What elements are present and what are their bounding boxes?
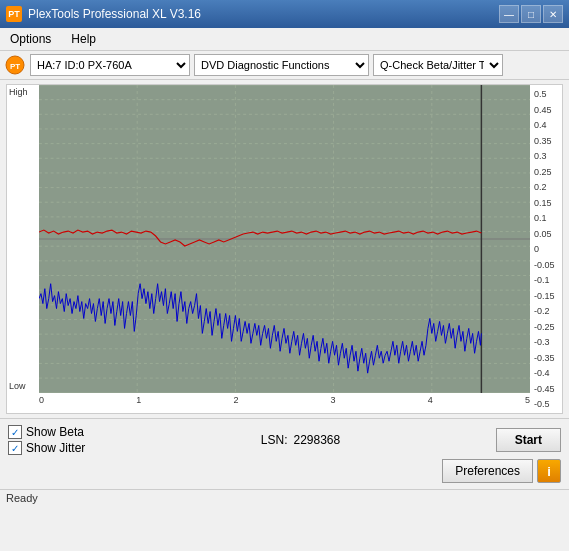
y-label-0.2: 0.2	[532, 182, 560, 192]
checkboxes-area: ✓ Show Beta ✓ Show Jitter	[8, 425, 85, 455]
preferences-button[interactable]: Preferences	[442, 459, 533, 483]
bottom-row-1: ✓ Show Beta ✓ Show Jitter LSN: 2298368 S…	[8, 425, 561, 455]
close-button[interactable]: ✕	[543, 5, 563, 23]
show-beta-checkbox[interactable]: ✓	[8, 425, 22, 439]
maximize-button[interactable]: □	[521, 5, 541, 23]
show-jitter-label: Show Jitter	[26, 441, 85, 455]
y-label-0.05: 0.05	[532, 229, 560, 239]
title-bar-left: PT PlexTools Professional XL V3.16	[6, 6, 201, 22]
y-label-neg0.4: -0.4	[532, 368, 560, 378]
y-axis-left	[7, 85, 39, 413]
title-bar-controls: — □ ✕	[499, 5, 563, 23]
start-button[interactable]: Start	[496, 428, 561, 452]
show-jitter-row: ✓ Show Jitter	[8, 441, 85, 455]
app-icon: PT	[6, 6, 22, 22]
y-label-neg0.45: -0.45	[532, 384, 560, 394]
x-label-4: 4	[428, 395, 433, 405]
y-label-neg0.2: -0.2	[532, 306, 560, 316]
toolbar: PT HA:7 ID:0 PX-760A DVD Diagnostic Func…	[0, 51, 569, 80]
show-beta-row: ✓ Show Beta	[8, 425, 85, 439]
y-label-0.25: 0.25	[532, 167, 560, 177]
x-label-5: 5	[525, 395, 530, 405]
x-label-2: 2	[233, 395, 238, 405]
test-select[interactable]: Q-Check Beta/Jitter Test	[373, 54, 503, 76]
y-label-neg0.1: -0.1	[532, 275, 560, 285]
function-select[interactable]: DVD Diagnostic Functions	[194, 54, 369, 76]
menu-help[interactable]: Help	[65, 30, 102, 48]
y-label-neg0.25: -0.25	[532, 322, 560, 332]
jitter-check-mark: ✓	[11, 443, 19, 454]
y-label-0: 0	[532, 244, 560, 254]
minimize-button[interactable]: —	[499, 5, 519, 23]
prefs-info-row: Preferences i	[442, 459, 561, 483]
y-axis-right: 0.5 0.45 0.4 0.35 0.3 0.25 0.2 0.15 0.1 …	[530, 85, 562, 413]
y-label-0.1: 0.1	[532, 213, 560, 223]
y-label-0.3: 0.3	[532, 151, 560, 161]
status-text: Ready	[6, 492, 38, 504]
x-label-0: 0	[39, 395, 44, 405]
menu-bar: Options Help	[0, 28, 569, 51]
y-label-neg0.15: -0.15	[532, 291, 560, 301]
y-label-0.45: 0.45	[532, 105, 560, 115]
show-beta-label: Show Beta	[26, 425, 84, 439]
info-button[interactable]: i	[537, 459, 561, 483]
menu-options[interactable]: Options	[4, 30, 57, 48]
bottom-row-2: Preferences i	[8, 459, 561, 483]
x-axis: 0 1 2 3 4 5	[39, 393, 530, 413]
title-bar: PT PlexTools Professional XL V3.16 — □ ✕	[0, 0, 569, 28]
y-label-neg0.5: -0.5	[532, 399, 560, 409]
x-label-1: 1	[136, 395, 141, 405]
y-label-0.15: 0.15	[532, 198, 560, 208]
svg-text:PT: PT	[10, 62, 20, 71]
y-label-neg0.35: -0.35	[532, 353, 560, 363]
y-label-0.35: 0.35	[532, 136, 560, 146]
status-bar: Ready	[0, 489, 569, 506]
drive-icon: PT	[4, 54, 26, 76]
chart-container: High Low 0.5 0.45 0.4 0.35 0.3 0.25 0.2 …	[6, 84, 563, 414]
lsn-area: LSN: 2298368	[261, 433, 340, 447]
y-label-0.5: 0.5	[532, 89, 560, 99]
drive-select[interactable]: HA:7 ID:0 PX-760A	[30, 54, 190, 76]
beta-check-mark: ✓	[11, 427, 19, 438]
chart-plot-area	[39, 85, 530, 393]
show-jitter-checkbox[interactable]: ✓	[8, 441, 22, 455]
y-label-0.4: 0.4	[532, 120, 560, 130]
lsn-value: 2298368	[293, 433, 340, 447]
lsn-label: LSN:	[261, 433, 288, 447]
window-title: PlexTools Professional XL V3.16	[28, 7, 201, 21]
y-label-neg0.05: -0.05	[532, 260, 560, 270]
bottom-panel: ✓ Show Beta ✓ Show Jitter LSN: 2298368 S…	[0, 418, 569, 489]
x-label-3: 3	[331, 395, 336, 405]
y-label-neg0.3: -0.3	[532, 337, 560, 347]
chart-svg	[39, 85, 530, 393]
